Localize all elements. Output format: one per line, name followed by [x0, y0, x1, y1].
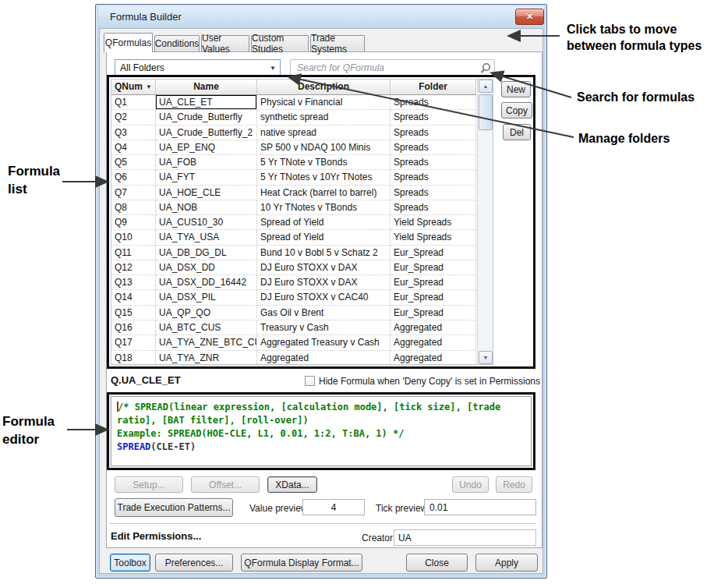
cell-name[interactable]: UA_FYT — [156, 170, 257, 185]
vertical-scrollbar[interactable]: ▲ ▼ — [477, 80, 493, 364]
cell-folder[interactable]: Spreads — [391, 95, 476, 110]
cell-description[interactable]: synthetic spread — [257, 110, 391, 125]
cell-qnum[interactable]: Q8 — [111, 200, 156, 215]
tab-custom-studies[interactable]: Custom Studies — [251, 35, 309, 51]
cell-description[interactable]: DJ Euro STOXX v DAX — [257, 275, 391, 290]
header-name[interactable]: Name — [156, 80, 257, 95]
cell-description[interactable]: 10 Yr TNotes v TBonds — [257, 200, 391, 215]
cell-qnum[interactable]: Q2 — [111, 110, 156, 125]
creator-field[interactable] — [394, 529, 536, 546]
table-row[interactable]: Q7UA_HOE_CLEHeat Crack (barrel to barrel… — [111, 186, 493, 200]
cell-qnum[interactable]: Q3 — [111, 126, 156, 140]
cell-qnum[interactable]: Q6 — [111, 170, 156, 185]
table-row[interactable]: Q5UA_FOB5 Yr TNote v TBondsSpreads — [111, 155, 493, 170]
value-preview-field[interactable] — [302, 499, 365, 515]
table-row[interactable]: Q18UA_TYA_ZNRAggregatedAggregated — [111, 351, 493, 366]
cell-qnum[interactable]: Q17 — [111, 335, 156, 350]
edit-permissions-link[interactable]: Edit Permissions... — [111, 530, 201, 542]
cell-folder[interactable]: Eur_Spread — [391, 290, 476, 305]
setup-button[interactable]: Setup... — [115, 476, 183, 493]
cell-folder[interactable]: Spreads — [391, 126, 476, 140]
cell-description[interactable]: Aggregated Treasury v Cash — [257, 335, 391, 350]
cell-name[interactable]: UA_CLE_ET — [156, 95, 257, 110]
search-box[interactable] — [290, 59, 495, 76]
cell-name[interactable]: UA_BTC_CUS — [156, 320, 257, 335]
apply-button[interactable]: Apply — [475, 554, 538, 572]
scroll-down-icon[interactable]: ▼ — [479, 351, 493, 364]
folders-dropdown[interactable]: All Folders ▼ — [115, 59, 281, 76]
tab-user-values[interactable]: User Values — [201, 35, 249, 51]
cell-folder[interactable]: Eur_Spread — [391, 246, 476, 260]
redo-button[interactable]: Redo — [496, 476, 532, 493]
cell-qnum[interactable]: Q1 — [111, 95, 156, 110]
copy-button[interactable]: Copy — [501, 102, 532, 119]
hide-formula-label[interactable]: Hide Formula when 'Deny Copy' is set in … — [319, 376, 540, 387]
cell-description[interactable]: 5 Yr TNote v TBonds — [257, 155, 391, 170]
cell-name[interactable]: UA_TYA_ZNR — [156, 351, 257, 366]
cell-qnum[interactable]: Q4 — [111, 140, 156, 155]
table-row[interactable]: Q9UA_CUS10_30Spread of YieldYield Spread… — [111, 215, 493, 230]
cell-folder[interactable]: Aggregated — [391, 351, 476, 366]
preferences-button[interactable]: Preferences... — [155, 554, 233, 572]
header-description[interactable]: Description — [257, 80, 391, 95]
cell-description[interactable]: SP 500 v NDAQ 100 Minis — [257, 140, 391, 155]
header-folder[interactable]: Folder — [391, 80, 476, 95]
cell-folder[interactable]: Spreads — [391, 110, 476, 125]
table-row[interactable]: Q14UA_DSX_PILDJ Euro STOXX v CAC40Eur_Sp… — [111, 290, 493, 305]
cell-qnum[interactable]: Q7 — [111, 186, 156, 200]
table-row[interactable]: Q13UA_DSX_DD_16442DJ Euro STOXX v DAXEur… — [111, 275, 493, 290]
cell-name[interactable]: UA_EP_ENQ — [156, 140, 257, 155]
cell-folder[interactable]: Aggregated — [391, 320, 476, 335]
cell-folder[interactable]: Spreads — [391, 186, 476, 200]
scrollbar-thumb[interactable] — [479, 94, 493, 130]
cell-description[interactable]: Treasury v Cash — [257, 320, 391, 335]
toolbox-button[interactable]: Toolbox — [110, 554, 150, 572]
cell-description[interactable]: Physical v Financial — [257, 95, 391, 110]
table-row[interactable]: Q6UA_FYT5 Yr TNotes v 10Yr TNotesSpreads — [111, 170, 493, 185]
cell-name[interactable]: UA_TYA_ZNE_BTC_CUS — [156, 335, 257, 350]
table-row[interactable]: Q4UA_EP_ENQSP 500 v NDAQ 100 MinisSpread… — [111, 140, 493, 155]
tab-qformulas[interactable]: QFormulas — [104, 33, 153, 52]
trade-execution-patterns-button[interactable]: Trade Execution Patterns... — [115, 498, 233, 517]
cell-description[interactable]: 5 Yr TNotes v 10Yr TNotes — [257, 170, 391, 185]
cell-name[interactable]: UA_DSX_DD — [156, 260, 257, 275]
hide-formula-checkbox[interactable] — [305, 376, 315, 386]
cell-name[interactable]: UA_DSX_DD_16442 — [156, 275, 257, 290]
close-button[interactable]: ✕ — [515, 9, 544, 25]
new-button[interactable]: New — [501, 81, 531, 97]
undo-button[interactable]: Undo — [452, 476, 489, 493]
table-row[interactable]: Q11UA_DB_DG_DLBund 10 v Bobl 5 v Schatz … — [111, 246, 493, 260]
cell-description[interactable]: Bund 10 v Bobl 5 v Schatz 2 — [257, 246, 391, 260]
cell-name[interactable]: UA_NOB — [156, 200, 257, 215]
cell-folder[interactable]: Spreads — [391, 140, 476, 155]
cell-qnum[interactable]: Q11 — [111, 246, 156, 260]
cell-folder[interactable]: Spreads — [391, 170, 476, 185]
xdata-button[interactable]: XData... — [267, 476, 317, 493]
cell-name[interactable]: UA_DSX_PIL — [156, 290, 257, 305]
cell-description[interactable]: Aggregated — [257, 351, 391, 366]
cell-qnum[interactable]: Q13 — [111, 275, 156, 290]
cell-description[interactable]: Heat Crack (barrel to barrel) — [257, 186, 391, 200]
cell-description[interactable]: Spread of Yield — [257, 230, 391, 245]
cell-folder[interactable]: Aggregated — [391, 335, 476, 350]
table-row[interactable]: Q8UA_NOB10 Yr TNotes v TBondsSpreads — [111, 200, 493, 215]
cell-qnum[interactable]: Q14 — [111, 290, 156, 305]
formula-editor[interactable]: /* SPREAD(linear expression, [calculatio… — [111, 396, 532, 466]
cell-qnum[interactable]: Q15 — [111, 306, 156, 320]
tab-conditions[interactable]: Conditions — [154, 35, 200, 51]
table-row[interactable]: Q3UA_Crude_Butterfly_2native spreadSprea… — [111, 126, 493, 140]
cell-description[interactable]: DJ Euro STOXX v CAC40 — [257, 290, 391, 305]
table-row[interactable]: Q10UA_TYA_USASpread of YieldYield Spread… — [111, 230, 493, 245]
tab-trade-systems[interactable]: Trade Systems — [310, 35, 365, 51]
cell-folder[interactable]: Spreads — [391, 155, 476, 170]
del-button[interactable]: Del — [503, 124, 531, 140]
header-qnum[interactable]: QNum▼ — [111, 80, 156, 95]
cell-folder[interactable]: Yield Spreads — [391, 215, 476, 230]
cell-name[interactable]: UA_FOB — [156, 155, 257, 170]
cell-folder[interactable]: Yield Spreads — [391, 230, 476, 245]
cell-qnum[interactable]: Q12 — [111, 260, 156, 275]
cell-name[interactable]: UA_QP_QO — [156, 306, 257, 320]
tick-preview-field[interactable] — [424, 499, 536, 515]
cell-folder[interactable]: Eur_Spread — [391, 260, 476, 275]
cell-name[interactable]: UA_HOE_CLE — [156, 186, 257, 200]
